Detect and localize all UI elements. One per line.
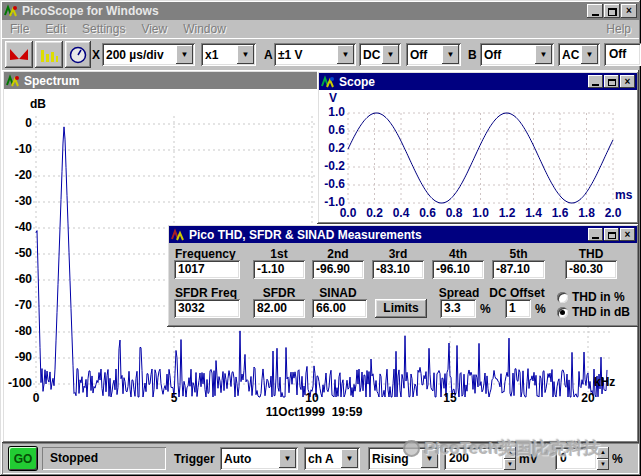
sfdr-label: SFDR bbox=[253, 286, 305, 300]
mdi-client: Spectrum 0-10-20-30-40-50-60-70-80-90-10… bbox=[2, 70, 639, 443]
tick-label: -40 bbox=[4, 220, 32, 234]
timebase-combo[interactable]: 200 µs/div ▼ bbox=[102, 43, 195, 66]
tick-label: 1.2 bbox=[493, 206, 521, 220]
maximize-icon bbox=[608, 232, 616, 239]
trigger-level-field[interactable]: 200 bbox=[444, 447, 504, 470]
trigger-source-combo[interactable]: ch A ▼ bbox=[304, 447, 360, 470]
dc-offset-field[interactable]: 1 bbox=[505, 299, 531, 318]
thd-dialog-body: Frequency 1st 2nd 3rd 4th 5th THD 1017 -… bbox=[169, 243, 637, 325]
channel-a-range-combo[interactable]: ±1 V ▼ bbox=[274, 43, 356, 66]
tick-label: -20 bbox=[4, 168, 32, 182]
thd-header-1st: 1st bbox=[253, 247, 305, 261]
limits-button[interactable]: Limits bbox=[375, 299, 427, 318]
chevron-down-icon: ▼ bbox=[237, 45, 254, 64]
tick-label: 2.0 bbox=[599, 206, 627, 220]
timebase-label: X bbox=[92, 48, 100, 62]
thd-dialog: Pico THD, SFDR & SINAD Measurements × Fr… bbox=[167, 224, 639, 327]
picoscope-logo-icon bbox=[4, 4, 19, 18]
thd-maximize-button[interactable] bbox=[604, 228, 619, 241]
dc-offset-unit: % bbox=[535, 302, 546, 316]
spectrum-window-icon bbox=[6, 74, 21, 88]
tick-label: -80 bbox=[4, 324, 32, 338]
sfdr-field[interactable]: 82.00 bbox=[253, 299, 305, 318]
tick-label: 0.2 bbox=[361, 206, 389, 220]
spin-up-icon[interactable]: ▲ bbox=[597, 447, 609, 459]
tick-label: 1.6 bbox=[546, 206, 574, 220]
scope-minimize-button[interactable] bbox=[588, 75, 603, 88]
harmonic-1st-field[interactable]: -1.10 bbox=[253, 260, 305, 279]
thd-minimize-button[interactable] bbox=[588, 228, 603, 241]
channel-a-coupling-combo[interactable]: DC ▼ bbox=[359, 43, 401, 66]
tick-label: 20 bbox=[573, 391, 603, 405]
thd-close-button[interactable]: × bbox=[620, 228, 635, 241]
spin-down-icon[interactable]: ▼ bbox=[597, 459, 609, 471]
channel-b-alt-field[interactable]: Off bbox=[604, 43, 641, 66]
menu-file[interactable]: File bbox=[2, 22, 37, 36]
scope-window-title: Scope bbox=[339, 75, 375, 89]
tick-label: -60 bbox=[4, 272, 32, 286]
thd-in-db-radio[interactable]: THD in dB bbox=[557, 305, 630, 319]
go-button[interactable]: GO bbox=[9, 447, 37, 470]
close-button[interactable]: × bbox=[621, 4, 637, 18]
trigger-edge-combo[interactable]: Rising ▼ bbox=[368, 447, 440, 470]
thd-in-db-label: THD in dB bbox=[572, 305, 630, 319]
thd-field[interactable]: -80.30 bbox=[565, 260, 617, 279]
harmonic-2nd-field[interactable]: -96.90 bbox=[312, 260, 364, 279]
frequency-field[interactable]: 1017 bbox=[174, 260, 240, 279]
minimize-button[interactable] bbox=[587, 4, 603, 18]
channel-b-range-combo[interactable]: Off ▼ bbox=[480, 43, 554, 66]
spread-unit: % bbox=[480, 302, 491, 316]
pre-trigger-stepper[interactable]: ▲ ▼ bbox=[597, 447, 609, 470]
restore-button[interactable] bbox=[604, 4, 620, 18]
meter-view-button[interactable] bbox=[65, 41, 91, 68]
pre-trigger-field[interactable]: 0 bbox=[555, 447, 597, 470]
channel-b-range-value: Off bbox=[480, 48, 535, 62]
menu-edit[interactable]: Edit bbox=[37, 22, 74, 36]
sfdr-freq-field[interactable]: 3032 bbox=[174, 299, 240, 318]
harmonic-4th-field[interactable]: -96.10 bbox=[432, 260, 484, 279]
menu-help[interactable]: Help bbox=[598, 22, 639, 36]
channel-a-alt-combo[interactable]: Off ▼ bbox=[406, 43, 461, 66]
tick-label: dB bbox=[30, 97, 46, 111]
chevron-down-icon: ▼ bbox=[581, 45, 598, 64]
tick-label: -0.6 bbox=[319, 177, 345, 191]
tick-label: 0.2 bbox=[319, 141, 345, 155]
thd-header-3rd: 3rd bbox=[372, 247, 424, 261]
tick-label: 1.0 bbox=[319, 105, 345, 119]
minimize-icon bbox=[592, 237, 599, 239]
sinad-field[interactable]: 66.00 bbox=[312, 299, 367, 318]
spin-down-icon[interactable]: ▼ bbox=[504, 459, 516, 471]
scope-titlebar[interactable]: Scope × bbox=[319, 73, 637, 90]
thd-header-2nd: 2nd bbox=[312, 247, 364, 261]
tick-label: 1.4 bbox=[520, 206, 548, 220]
harmonic-3rd-field[interactable]: -83.10 bbox=[372, 260, 424, 279]
spread-field[interactable]: 3.3 bbox=[440, 299, 476, 318]
sfdr-freq-label: SFDR Freq bbox=[175, 286, 237, 300]
chevron-down-icon: ▼ bbox=[341, 449, 358, 468]
multiplier-value: x1 bbox=[201, 48, 237, 62]
scope-maximize-button[interactable] bbox=[604, 75, 619, 88]
multiplier-combo[interactable]: x1 ▼ bbox=[201, 43, 256, 66]
scope-close-button[interactable]: × bbox=[620, 75, 635, 88]
channel-b-label: B bbox=[468, 48, 477, 62]
channel-b-coupling-combo[interactable]: AC ▼ bbox=[558, 43, 600, 66]
menu-settings[interactable]: Settings bbox=[74, 22, 133, 36]
tick-label: -90 bbox=[4, 350, 32, 364]
pre-trigger-unit: % bbox=[612, 452, 623, 466]
menu-window[interactable]: Window bbox=[175, 22, 234, 36]
thd-in-percent-radio[interactable]: THD in % bbox=[557, 290, 625, 304]
harmonic-5th-field[interactable]: -87.10 bbox=[492, 260, 545, 279]
trigger-level-stepper[interactable]: ▲ ▼ bbox=[504, 447, 516, 470]
trigger-mode-combo[interactable]: Auto ▼ bbox=[220, 447, 298, 470]
thd-header-5th: 5th bbox=[492, 247, 545, 261]
tick-label: -0.2 bbox=[319, 159, 345, 173]
spin-up-icon[interactable]: ▲ bbox=[504, 447, 516, 459]
thd-titlebar[interactable]: Pico THD, SFDR & SINAD Measurements × bbox=[169, 226, 637, 243]
channel-b-coupling-value: AC bbox=[558, 48, 581, 62]
meter-gauge-icon bbox=[69, 46, 87, 64]
spectrum-view-button[interactable] bbox=[35, 41, 63, 68]
scope-view-button[interactable] bbox=[5, 41, 33, 68]
menu-view[interactable]: View bbox=[133, 22, 175, 36]
chevron-down-icon: ▼ bbox=[442, 45, 459, 64]
scope-window-icon bbox=[321, 75, 336, 89]
